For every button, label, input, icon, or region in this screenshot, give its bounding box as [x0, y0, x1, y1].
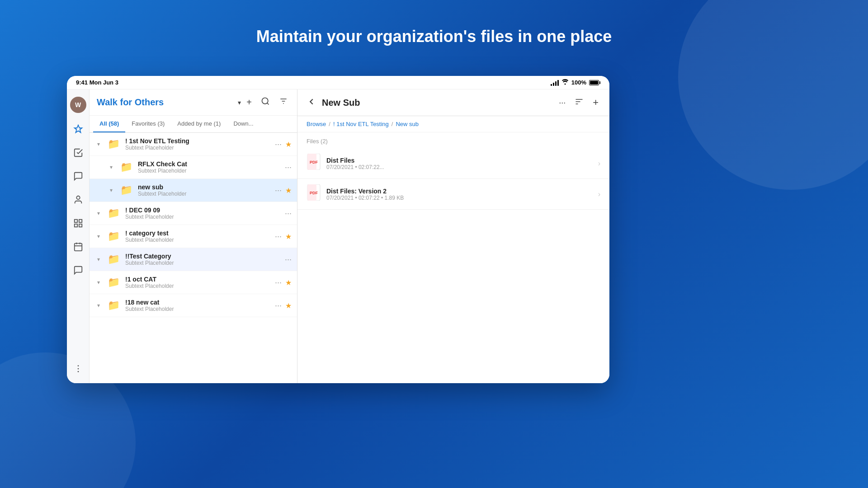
folder-item-6[interactable]: ▾ 📁 !1 oct CAT Subtext Placeholder ··· ★ [90, 271, 297, 294]
folder-name: !18 new cat [125, 299, 271, 306]
battery-icon [589, 80, 600, 85]
sidebar-item-checklist[interactable] [71, 145, 85, 160]
file-name: Dist Files: Version 2 [326, 188, 593, 195]
folder-info: ! category test Subtext Placeholder [125, 230, 271, 243]
back-button[interactable] [307, 97, 316, 109]
svg-point-11 [77, 371, 79, 372]
sidebar-item-chat[interactable] [71, 169, 85, 183]
pdf-icon: PDF [307, 184, 321, 204]
more-btn[interactable]: ··· [275, 278, 282, 287]
folder-icon: 📁 [108, 300, 120, 311]
folder-icon: 📁 [108, 277, 120, 288]
file-name: Dist Files [326, 157, 593, 164]
folder-item-4[interactable]: ▾ 📁 ! category test Subtext Placeholder … [90, 225, 297, 248]
svg-point-12 [262, 98, 268, 104]
device-frame: 9:41 Mon Jun 3 100% W [67, 76, 609, 383]
file-chevron-icon: › [598, 160, 600, 168]
folder-sub: Subtext Placeholder [125, 145, 271, 151]
file-info: Dist Files 07/20/2021 • 02:07:22... [326, 157, 593, 170]
breadcrumb-etl[interactable]: ! 1st Nov ETL Testing [333, 121, 389, 127]
file-meta: 07/20/2021 • 02:07:22 • 1.89 KB [326, 195, 593, 201]
search-button[interactable] [259, 95, 272, 110]
left-header: Walk for Others ▾ + [90, 89, 297, 116]
folder-actions: ··· [285, 209, 292, 218]
file-chevron-icon: › [598, 190, 600, 198]
folder-info: !!Test Category Subtext Placeholder [125, 253, 281, 266]
breadcrumb-sep-2: / [392, 121, 393, 127]
svg-point-0 [76, 196, 80, 199]
chevron-icon: ▾ [95, 279, 102, 286]
more-btn[interactable]: ··· [275, 186, 282, 195]
add-file-button[interactable]: + [591, 95, 600, 110]
header-actions: + [245, 95, 290, 110]
right-panel-title: New Sub [322, 98, 552, 108]
files-header: Files (2) [297, 132, 609, 148]
folder-sub: Subtext Placeholder [125, 306, 271, 312]
star-icon[interactable]: ★ [285, 140, 292, 149]
folder-icon: 📁 [108, 230, 120, 242]
sidebar-item-pin[interactable] [71, 122, 85, 136]
folder-name: RFLX Check Cat [138, 160, 281, 168]
more-btn[interactable]: ··· [285, 255, 292, 264]
star-icon[interactable]: ★ [285, 232, 292, 241]
svg-rect-4 [79, 224, 81, 227]
folder-item-5[interactable]: ▾ 📁 !!Test Category Subtext Placeholder … [90, 248, 297, 271]
chevron-icon: ▾ [108, 164, 115, 170]
dropdown-arrow-icon[interactable]: ▾ [238, 99, 241, 106]
more-btn[interactable]: ··· [285, 209, 292, 218]
svg-point-10 [77, 368, 79, 370]
file-meta: 07/20/2021 • 02:07:22... [326, 164, 593, 170]
sort-button[interactable] [573, 95, 585, 110]
tab-down[interactable]: Down... [227, 116, 259, 132]
folder-item-0[interactable]: ▾ 📁 ! 1st Nov ETL Testing Subtext Placeh… [90, 133, 297, 156]
add-button[interactable]: + [245, 95, 254, 109]
sidebar-item-grid[interactable] [71, 216, 85, 230]
sidebar-item-more[interactable] [71, 361, 85, 376]
sidebar-item-person[interactable] [71, 192, 85, 207]
more-btn[interactable]: ··· [275, 232, 282, 241]
folder-item-1[interactable]: ▾ 📁 RFLX Check Cat Subtext Placeholder ·… [90, 156, 297, 179]
folder-item-3[interactable]: ▾ 📁 ! DEC 09 09 Subtext Placeholder ··· [90, 202, 297, 225]
more-btn[interactable]: ··· [285, 163, 292, 172]
folder-name: ! 1st Nov ETL Testing [125, 137, 271, 145]
folder-icon: 📁 [108, 138, 120, 150]
more-btn[interactable]: ··· [275, 140, 282, 149]
breadcrumb-browse[interactable]: Browse [307, 121, 326, 127]
star-icon[interactable]: ★ [285, 278, 292, 287]
folder-icon: 📁 [108, 253, 120, 265]
folder-name: ! category test [125, 230, 271, 237]
folder-sub: Subtext Placeholder [138, 168, 281, 174]
folder-item-7[interactable]: ▾ 📁 !18 new cat Subtext Placeholder ··· … [90, 294, 297, 317]
folder-sub: Subtext Placeholder [125, 237, 271, 243]
folder-info: new sub Subtext Placeholder [138, 183, 271, 197]
status-right: 100% [551, 79, 600, 86]
breadcrumb-current: New sub [396, 121, 419, 127]
svg-rect-5 [74, 244, 82, 251]
sidebar-item-calendar[interactable] [71, 239, 85, 254]
star-icon[interactable]: ★ [285, 186, 292, 195]
folder-info: ! 1st Nov ETL Testing Subtext Placeholde… [125, 137, 271, 151]
chevron-icon: ▾ [95, 210, 102, 216]
pdf-icon: PDF [307, 154, 321, 173]
folder-icon: 📁 [120, 161, 132, 173]
sidebar-item-comment[interactable] [71, 263, 85, 277]
filter-button[interactable] [277, 95, 290, 110]
svg-point-9 [77, 365, 79, 366]
right-panel: New Sub ··· + Browse / ! 1st Nov ETL Tes… [297, 89, 609, 383]
chevron-icon: ▾ [95, 233, 102, 239]
tab-favorites[interactable]: Favorites (3) [125, 116, 171, 132]
org-name: Walk for Others [97, 97, 234, 108]
folder-info: RFLX Check Cat Subtext Placeholder [138, 160, 281, 174]
tab-all[interactable]: All (58) [93, 116, 125, 132]
folder-name: !1 oct CAT [125, 276, 271, 283]
file-item-0[interactable]: PDF Dist Files 07/20/2021 • 02:07:22... … [297, 148, 609, 179]
file-item-1[interactable]: PDF Dist Files: Version 2 07/20/2021 • 0… [297, 179, 609, 210]
folder-info: !18 new cat Subtext Placeholder [125, 299, 271, 312]
folder-item-2[interactable]: ▾ 📁 new sub Subtext Placeholder ··· ★ [90, 179, 297, 202]
more-btn[interactable]: ··· [275, 301, 282, 310]
more-options-button[interactable]: ··· [557, 96, 567, 109]
tab-added-by-me[interactable]: Added by me (1) [171, 116, 227, 132]
star-icon[interactable]: ★ [285, 301, 292, 310]
signal-bars [551, 80, 559, 86]
avatar[interactable]: W [70, 97, 86, 113]
